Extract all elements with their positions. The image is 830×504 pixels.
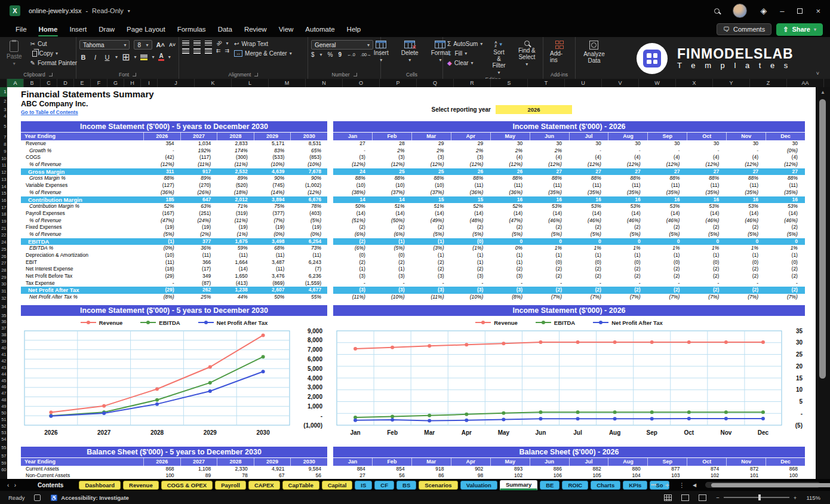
cell[interactable]: 3,894 xyxy=(254,196,291,204)
cell[interactable]: (11%) xyxy=(412,294,451,301)
cell[interactable]: 65% xyxy=(290,147,327,155)
cell[interactable]: 14 xyxy=(333,196,373,204)
cell[interactable]: 50% xyxy=(333,203,373,210)
cell[interactable]: (520) xyxy=(217,182,254,189)
cell[interactable]: (4) xyxy=(490,154,530,161)
cell[interactable]: (2) xyxy=(608,224,648,231)
cell[interactable]: 1% xyxy=(766,245,805,252)
row-header-47[interactable]: 47 xyxy=(1,391,6,396)
cell[interactable]: (4) xyxy=(726,154,766,161)
cell[interactable]: (11) xyxy=(569,182,608,189)
cell[interactable]: (2) xyxy=(530,273,569,280)
cell[interactable]: 102 xyxy=(687,472,726,479)
cell[interactable]: (377) xyxy=(254,210,291,217)
row-header-17[interactable]: 17 xyxy=(1,205,6,210)
cell[interactable]: (29) xyxy=(143,287,180,294)
cell[interactable]: (12%) xyxy=(451,161,490,168)
sort-filter-button[interactable]: AZ▼ Sort &Filter ▾ xyxy=(487,40,510,76)
cell[interactable]: (7%) xyxy=(648,294,687,301)
increase-indent-icon[interactable]: ⇉ xyxy=(225,48,230,54)
align-center-icon[interactable] xyxy=(193,48,201,54)
row-label[interactable]: Growth % xyxy=(21,147,143,155)
cell[interactable]: (5%) xyxy=(766,231,805,238)
cell[interactable]: 24 xyxy=(333,168,373,176)
cell[interactable]: (2) xyxy=(451,224,490,231)
cell[interactable]: (35%) xyxy=(569,189,608,196)
cell[interactable]: 88% xyxy=(569,175,608,182)
cell[interactable]: (11) xyxy=(766,182,805,189)
row-label[interactable]: Gross Margin % xyxy=(21,175,143,182)
cell[interactable]: - xyxy=(412,280,451,287)
cell[interactable]: (11) xyxy=(180,252,217,259)
row-header-29[interactable]: 29 xyxy=(1,275,6,280)
cell[interactable]: (7%) xyxy=(569,294,608,301)
cell[interactable]: (5%) xyxy=(648,231,687,238)
cell[interactable]: (1) xyxy=(530,252,569,259)
cell[interactable]: 2,330 xyxy=(217,466,254,472)
cell[interactable]: (5%) xyxy=(530,231,569,238)
cell[interactable]: (2) xyxy=(726,266,766,273)
row-label[interactable]: Tax Expense xyxy=(21,280,143,287)
cell[interactable]: (0) xyxy=(608,259,648,266)
dialog-launcher-icon[interactable] xyxy=(133,73,136,76)
cell[interactable]: (2) xyxy=(373,259,412,266)
cell[interactable]: 0 xyxy=(569,238,608,245)
cell[interactable]: (2) xyxy=(726,287,766,294)
cell[interactable]: 0 xyxy=(648,238,687,245)
cell[interactable]: (18) xyxy=(143,266,180,273)
cell[interactable]: (3) xyxy=(333,273,373,280)
cell[interactable]: (46%) xyxy=(766,217,805,225)
cell[interactable]: 50% xyxy=(254,294,291,301)
cell[interactable]: 4,677 xyxy=(290,287,327,294)
cell[interactable]: (0%) xyxy=(143,245,180,252)
cell[interactable]: 27 xyxy=(569,168,608,176)
cell[interactable]: 27 xyxy=(766,168,805,176)
sheet-tab-capex[interactable]: CAPEX xyxy=(248,481,280,490)
cell[interactable]: (1) xyxy=(569,252,608,259)
cell[interactable]: - xyxy=(726,280,766,287)
menu-tab-page-layout[interactable]: Page Layout xyxy=(121,23,171,35)
cell[interactable]: 88% xyxy=(648,175,687,182)
cell[interactable]: 53% xyxy=(687,203,726,210)
cell[interactable]: 90% xyxy=(290,175,327,182)
collapse-ribbon-icon[interactable]: ˅ xyxy=(816,70,819,76)
cell[interactable]: (11) xyxy=(290,252,327,259)
cell[interactable]: (3) xyxy=(412,287,451,294)
cell[interactable]: (2) xyxy=(412,266,451,273)
bold-button[interactable]: B xyxy=(79,54,87,61)
cell[interactable]: 917 xyxy=(180,168,217,176)
font-size-select[interactable]: 8▾ xyxy=(134,40,152,50)
cell[interactable]: 2,012 xyxy=(217,196,254,204)
cell[interactable]: 15 xyxy=(451,196,490,204)
column-header-C[interactable]: C xyxy=(41,79,57,87)
row-header-3[interactable]: 3 xyxy=(4,107,6,112)
cell[interactable]: 1,108 xyxy=(180,466,217,472)
accounting-format-button[interactable]: $ xyxy=(311,51,315,58)
column-header-N[interactable]: N xyxy=(306,79,343,87)
cell[interactable]: (1) xyxy=(687,252,726,259)
cell[interactable]: (10%) xyxy=(373,294,412,301)
cell[interactable]: (7%) xyxy=(608,294,648,301)
row-label[interactable]: Fixed Expenses xyxy=(21,224,143,231)
column-header-R[interactable]: R xyxy=(454,79,491,87)
paste-button[interactable]: Paste▾ xyxy=(3,40,26,67)
cell[interactable]: 53% xyxy=(726,203,766,210)
cell[interactable]: (167) xyxy=(143,210,180,217)
cell[interactable]: (117) xyxy=(180,154,217,161)
tab-scroll-left-icon[interactable]: ‹ xyxy=(6,482,11,488)
cell[interactable]: (46%) xyxy=(608,217,648,225)
cell[interactable]: (0) xyxy=(451,238,490,245)
cell[interactable]: (11%) xyxy=(217,161,254,168)
cell[interactable]: (2) xyxy=(569,224,608,231)
cell[interactable]: (11) xyxy=(648,182,687,189)
row-header-5[interactable]: 5 xyxy=(4,124,6,129)
cell[interactable]: (19) xyxy=(254,224,291,231)
cell[interactable]: (36%) xyxy=(451,189,490,196)
cell[interactable]: - xyxy=(608,147,648,155)
cell[interactable]: 877 xyxy=(648,466,687,472)
cell[interactable]: (5%) xyxy=(290,217,327,225)
row-header-28[interactable]: 28 xyxy=(1,268,6,273)
row-header-26[interactable]: 26 xyxy=(1,254,6,259)
row-header-32[interactable]: 32 xyxy=(1,296,6,301)
delete-cells-button[interactable]: ✕ Delete▾ xyxy=(398,40,422,63)
